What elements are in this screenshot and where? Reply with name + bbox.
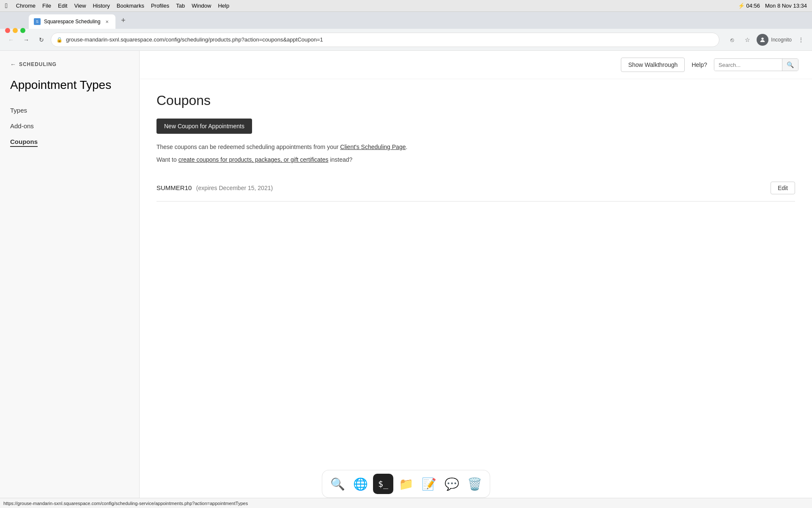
app-container: ← SCHEDULING Appointment Types Types Add…: [0, 51, 812, 498]
edit-coupon-button[interactable]: Edit: [771, 182, 795, 194]
addressbar-actions: ⎋ ☆ Incognito ⋮: [726, 34, 807, 46]
dock-item-slack[interactable]: 💬: [442, 474, 462, 494]
dock-item-script-editor[interactable]: 📝: [419, 474, 439, 494]
create-coupons-link[interactable]: create coupons for products, packages, o…: [178, 156, 329, 163]
svg-point-0: [762, 37, 764, 39]
page-body: Coupons New Coupon for Appointments Thes…: [140, 79, 812, 215]
more-options-button[interactable]: ⋮: [795, 34, 807, 46]
battery-indicator: ⚡ 04:56: [738, 3, 760, 9]
chrome-addressbar: ← → ↻ 🔒 grouse-mandarin-sxnl.squarespace…: [0, 29, 812, 51]
sidebar: ← SCHEDULING Appointment Types Types Add…: [0, 51, 140, 498]
description-line2: Want to create coupons for products, pac…: [156, 155, 795, 164]
coupon-list: SUMMER10 (expires December 15, 2021) Edi…: [156, 175, 795, 202]
incognito-label: Incognito: [771, 37, 792, 43]
tab-close-button[interactable]: ✕: [104, 18, 110, 25]
address-bar[interactable]: 🔒 grouse-mandarin-sxnl.squarespace.com/c…: [51, 33, 719, 47]
search-submit-button[interactable]: 🔍: [782, 59, 798, 71]
menu-history[interactable]: History: [93, 3, 110, 9]
cast-icon[interactable]: ⎋: [726, 34, 738, 46]
status-url: https://grouse-mandarin-sxnl.squarespace…: [3, 501, 248, 506]
reload-button[interactable]: ↻: [36, 34, 47, 46]
dock-item-terminal[interactable]: $_: [373, 474, 393, 494]
browser-tab[interactable]: S Squarespace Scheduling ✕: [29, 14, 115, 29]
description-text-1: These coupons can be redeemed scheduling…: [156, 144, 338, 150]
coupon-code: SUMMER10: [156, 184, 192, 191]
menu-tab[interactable]: Tab: [176, 3, 185, 9]
menu-view[interactable]: View: [74, 3, 86, 9]
bookmark-icon[interactable]: ☆: [741, 34, 753, 46]
dock-item-chrome[interactable]: 🌐: [350, 474, 370, 494]
dock-item-finder[interactable]: 🔍: [327, 474, 348, 494]
back-arrow-icon: ←: [10, 61, 16, 68]
coupon-info: SUMMER10 (expires December 15, 2021): [156, 184, 273, 192]
incognito-badge: Incognito: [757, 34, 792, 46]
sidebar-item-coupons-label: Coupons: [10, 138, 38, 147]
search-bar: 🔍: [714, 58, 798, 71]
show-walkthrough-button[interactable]: Show Walkthrough: [621, 58, 685, 72]
incognito-avatar: [757, 34, 768, 46]
close-window-button[interactable]: [5, 28, 10, 33]
description-text-instead: instead?: [330, 156, 352, 163]
back-label: SCHEDULING: [19, 61, 57, 67]
chrome-tabbar: S Squarespace Scheduling ✕ +: [0, 12, 812, 29]
sidebar-nav: Types Add-ons Coupons: [0, 102, 139, 149]
help-button[interactable]: Help?: [690, 58, 709, 72]
menu-chrome[interactable]: Chrome: [16, 3, 36, 9]
macos-menubar:  Chrome File Edit View History Bookmark…: [0, 0, 812, 12]
menu-help[interactable]: Help: [218, 3, 229, 9]
back-button[interactable]: ←: [5, 34, 17, 46]
forward-button[interactable]: →: [20, 34, 32, 46]
dock-item-files[interactable]: 📁: [396, 474, 416, 494]
coupon-expiry: (expires December 15, 2021): [196, 185, 273, 191]
minimize-window-button[interactable]: [13, 28, 18, 33]
dock: 🔍 🌐 $_ 📁 📝 💬 🗑️: [322, 470, 490, 498]
menu-edit[interactable]: Edit: [58, 3, 67, 9]
url-display: grouse-mandarin-sxnl.squarespace.com/con…: [66, 36, 323, 43]
search-input[interactable]: [714, 59, 782, 71]
menubar-right: ⚡ 04:56 Mon 8 Nov 13:34: [738, 3, 807, 9]
new-tab-button[interactable]: +: [117, 14, 129, 26]
sidebar-title: Appointment Types: [0, 75, 139, 102]
dock-item-trash[interactable]: 🗑️: [464, 474, 485, 494]
tab-favicon: S: [34, 18, 41, 25]
status-bar: https://grouse-mandarin-sxnl.squarespace…: [0, 498, 812, 508]
sidebar-item-coupons[interactable]: Coupons: [0, 134, 139, 149]
description-line1: These coupons can be redeemed scheduling…: [156, 142, 795, 152]
sidebar-item-types[interactable]: Types: [0, 102, 139, 118]
main-content: Show Walkthrough Help? 🔍 Coupons New Cou…: [140, 51, 812, 498]
menu-bookmarks[interactable]: Bookmarks: [117, 3, 144, 9]
sidebar-item-addons[interactable]: Add-ons: [0, 118, 139, 134]
ssl-lock-icon: 🔒: [56, 37, 63, 43]
menu-profiles[interactable]: Profiles: [151, 3, 169, 9]
top-bar: Show Walkthrough Help? 🔍: [140, 51, 812, 79]
description-text-want: Want to: [156, 156, 177, 163]
new-coupon-button[interactable]: New Coupon for Appointments: [156, 119, 252, 134]
clock: Mon 8 Nov 13:34: [765, 3, 807, 9]
menu-file[interactable]: File: [42, 3, 51, 9]
back-to-scheduling-link[interactable]: ← SCHEDULING: [0, 61, 139, 75]
apple-menu[interactable]: : [5, 2, 8, 10]
clients-scheduling-page-link[interactable]: Client's Scheduling Page: [340, 144, 406, 150]
menu-window[interactable]: Window: [192, 3, 211, 9]
maximize-window-button[interactable]: [20, 28, 25, 33]
traffic-lights: [5, 28, 25, 33]
tab-title: Squarespace Scheduling: [44, 19, 100, 25]
page-title: Coupons: [156, 93, 795, 108]
table-row: SUMMER10 (expires December 15, 2021) Edi…: [156, 175, 795, 202]
